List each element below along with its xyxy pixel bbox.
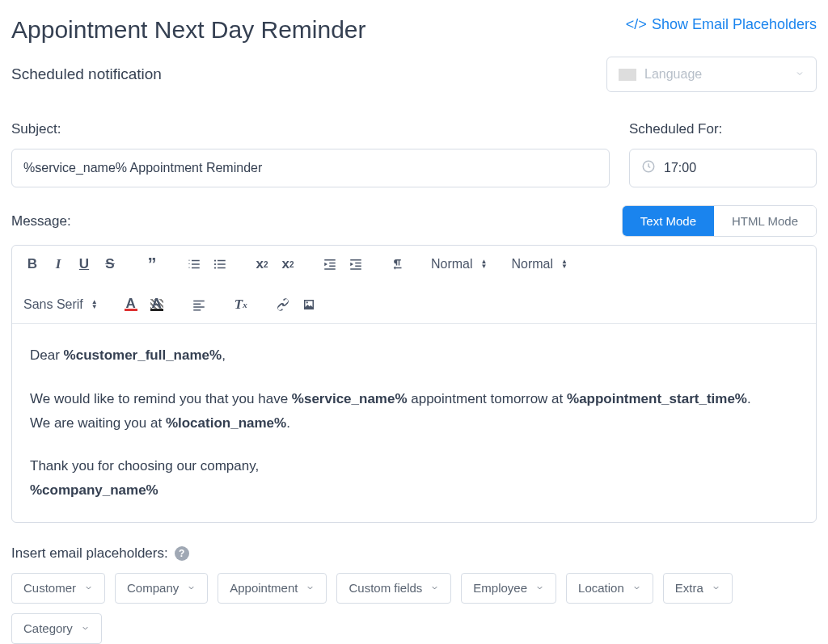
subject-input-wrapper — [11, 149, 610, 187]
strikethrough-button[interactable]: S — [101, 255, 119, 273]
chevron-down-icon — [306, 581, 315, 595]
svg-point-3 — [214, 267, 216, 268]
chevron-down-icon — [81, 621, 90, 635]
location-text-2: . — [286, 415, 290, 431]
ordered-list-button[interactable] — [185, 255, 203, 273]
show-email-placeholders-label: Show Email Placeholders — [652, 16, 817, 33]
outdent-button[interactable] — [321, 255, 339, 273]
language-placeholder: Language — [644, 67, 702, 82]
sort-icon: ▲▼ — [91, 300, 98, 309]
placeholder-chips-row: CustomerCompanyAppointmentCustom fieldsE… — [11, 573, 817, 644]
size-select[interactable]: Normal ▲▼ — [511, 257, 567, 271]
size-select-label: Normal — [511, 257, 553, 271]
heading-select-label: Normal — [431, 257, 473, 271]
chip-label: Appointment — [230, 581, 298, 595]
rich-text-editor: B I U S ” x2 x2 Normal ▲▼ Normal ▲▼ — [11, 245, 817, 523]
chip-label: Location — [578, 581, 624, 595]
chip-label: Company — [127, 581, 179, 595]
thank-you-text: Thank you for choosing our company, — [30, 454, 798, 478]
placeholder-chip-employee[interactable]: Employee — [461, 573, 556, 604]
reminder-text-3: . — [747, 391, 751, 406]
subscript-button[interactable]: x2 — [253, 255, 271, 273]
reminder-text-2: appointment tomorrow at — [408, 391, 567, 406]
subject-label: Subject: — [11, 121, 610, 137]
appointment-time-placeholder: %appointment_start_time% — [567, 391, 747, 406]
chevron-down-icon — [712, 581, 720, 595]
chip-label: Employee — [473, 581, 527, 595]
chevron-down-icon — [187, 581, 196, 595]
link-button[interactable] — [274, 296, 292, 314]
placeholder-chip-extra[interactable]: Extra — [663, 573, 733, 604]
flag-icon — [619, 69, 636, 81]
placeholder-chip-custom-fields[interactable]: Custom fields — [336, 573, 451, 604]
show-email-placeholders-link[interactable]: </> Show Email Placeholders — [626, 16, 817, 33]
location-name-placeholder: %location_name% — [166, 415, 286, 431]
font-family-label: Sans Serif — [23, 297, 83, 312]
underline-button[interactable]: U — [75, 255, 93, 273]
location-text-1: We are waiting you at — [30, 415, 166, 431]
subtitle: Scheduled notification — [11, 65, 162, 83]
scheduled-for-label: Scheduled For: — [629, 121, 817, 137]
font-family-select[interactable]: Sans Serif ▲▼ — [23, 297, 98, 312]
chevron-down-icon — [84, 581, 93, 595]
language-select[interactable]: Language — [606, 57, 817, 92]
indent-button[interactable] — [347, 255, 365, 273]
editor-toolbar: B I U S ” x2 x2 Normal ▲▼ Normal ▲▼ — [12, 246, 816, 324]
mode-toggle: Text Mode HTML Mode — [622, 205, 817, 237]
subject-input[interactable] — [23, 161, 598, 175]
page-title: Appointment Next Day Reminder — [11, 16, 366, 44]
heading-select[interactable]: Normal ▲▼ — [431, 257, 487, 271]
chip-label: Extra — [675, 581, 703, 595]
placeholder-chip-location[interactable]: Location — [566, 573, 653, 604]
italic-button[interactable]: I — [49, 255, 67, 273]
text-mode-button[interactable]: Text Mode — [623, 206, 714, 236]
bold-button[interactable]: B — [23, 255, 41, 273]
svg-point-1 — [214, 259, 216, 261]
clear-formatting-button[interactable]: Tx — [232, 296, 250, 314]
help-icon[interactable]: ? — [175, 546, 189, 561]
scheduled-time-input[interactable]: 17:00 — [629, 149, 817, 187]
sort-icon: ▲▼ — [561, 259, 568, 269]
chevron-down-icon — [795, 67, 805, 82]
placeholder-chip-category[interactable]: Category — [11, 613, 102, 644]
text-direction-button[interactable] — [389, 255, 407, 273]
chip-label: Customer — [23, 581, 76, 595]
align-button[interactable] — [190, 296, 208, 314]
highlight-color-button[interactable]: A — [148, 296, 166, 314]
chevron-down-icon — [430, 581, 439, 595]
insert-placeholders-label: Insert email placeholders: — [11, 545, 168, 562]
text-color-button[interactable]: A — [122, 296, 140, 314]
service-name-placeholder: %service_name% — [292, 391, 408, 406]
customer-name-placeholder: %customer_full_name% — [64, 347, 222, 363]
bullet-list-button[interactable] — [211, 255, 229, 273]
message-label: Message: — [11, 213, 71, 229]
chip-label: Category — [23, 621, 73, 635]
reminder-text-1: We would like to remind you that you hav… — [30, 391, 292, 406]
greeting-suffix: , — [222, 347, 226, 363]
svg-point-2 — [214, 263, 216, 265]
placeholder-chip-customer[interactable]: Customer — [11, 573, 105, 604]
blockquote-button[interactable]: ” — [143, 255, 161, 273]
superscript-button[interactable]: x2 — [279, 255, 297, 273]
greeting-prefix: Dear — [30, 347, 64, 363]
editor-content[interactable]: Dear %customer_full_name%, We would like… — [12, 324, 816, 522]
chevron-down-icon — [632, 581, 641, 595]
clock-icon — [641, 159, 656, 177]
placeholder-chip-company[interactable]: Company — [115, 573, 208, 604]
html-mode-button[interactable]: HTML Mode — [714, 206, 816, 236]
chevron-down-icon — [535, 581, 544, 595]
chip-label: Custom fields — [349, 581, 422, 595]
scheduled-time-value: 17:00 — [664, 161, 696, 175]
code-icon: </> — [626, 16, 647, 33]
placeholder-chip-appointment[interactable]: Appointment — [218, 573, 327, 604]
company-name-placeholder: %company_name% — [30, 482, 158, 498]
image-button[interactable] — [300, 296, 318, 314]
sort-icon: ▲▼ — [481, 259, 488, 269]
